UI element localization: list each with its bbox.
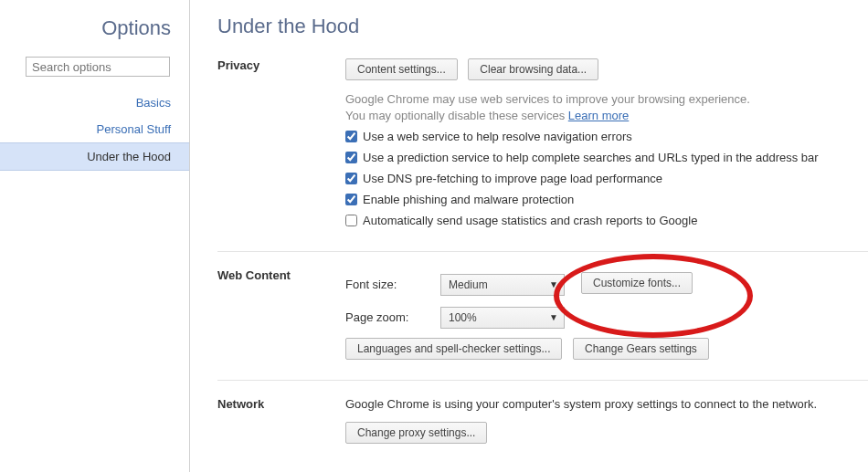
web-content-section: Web Content Font size: Medium ▼ Customiz…: [217, 268, 868, 381]
privacy-description: Google Chrome may use web services to im…: [345, 91, 868, 124]
search-input[interactable]: [26, 57, 170, 77]
privacy-desc-line2: You may optionally disable these service…: [345, 109, 568, 122]
nav-basics[interactable]: Basics: [0, 89, 189, 116]
page-zoom-value: 100%: [449, 311, 477, 324]
checkbox-nav-errors-input[interactable]: [345, 131, 357, 142]
web-content-buttons: Languages and spell-checker settings... …: [345, 338, 868, 363]
web-content-heading: Web Content: [217, 268, 345, 363]
languages-button[interactable]: Languages and spell-checker settings...: [345, 338, 562, 360]
network-description: Google Chrome is using your computer's s…: [345, 397, 868, 411]
privacy-desc-line1: Google Chrome may use web services to im…: [345, 92, 750, 106]
checkbox-dns-prefetch[interactable]: Use DNS pre-fetching to improve page loa…: [345, 172, 868, 187]
page-zoom-label: Page zoom:: [345, 310, 440, 324]
learn-more-link[interactable]: Learn more: [568, 109, 629, 122]
page-title: Under the Hood: [217, 15, 868, 38]
checkbox-nav-errors-label: Use a web service to help resolve naviga…: [363, 130, 632, 145]
font-size-row: Font size: Medium ▼ Customize fonts...: [345, 272, 868, 298]
font-size-value: Medium: [449, 278, 488, 291]
privacy-section: Privacy Content settings... Clear browsi…: [217, 58, 868, 252]
chevron-down-icon: ▼: [549, 279, 558, 289]
main-content: Under the Hood Privacy Content settings.…: [190, 0, 868, 472]
checkbox-prediction-label: Use a prediction service to help complet…: [363, 151, 819, 166]
checkbox-usage-stats-label: Automatically send usage statistics and …: [363, 214, 697, 229]
sidebar-title: Options: [0, 0, 189, 57]
checkbox-phishing-input[interactable]: [345, 194, 357, 205]
nav-under-the-hood[interactable]: Under the Hood: [0, 142, 189, 171]
checkbox-phishing-label: Enable phishing and malware protection: [363, 193, 574, 208]
network-content: Google Chrome is using your computer's s…: [345, 397, 868, 447]
font-size-label: Font size:: [345, 278, 440, 291]
checkbox-prediction-input[interactable]: [345, 152, 357, 163]
customize-fonts-button[interactable]: Customize fonts...: [581, 272, 693, 294]
network-section: Network Google Chrome is using your comp…: [217, 397, 868, 464]
font-size-dropdown[interactable]: Medium ▼: [440, 274, 565, 296]
checkbox-usage-stats-input[interactable]: [345, 215, 357, 226]
gears-button[interactable]: Change Gears settings: [573, 338, 709, 360]
checkbox-dns-prefetch-label: Use DNS pre-fetching to improve page loa…: [363, 172, 662, 187]
checkbox-dns-prefetch-input[interactable]: [345, 173, 357, 184]
privacy-content: Content settings... Clear browsing data.…: [345, 58, 868, 235]
sidebar: Options Basics Personal Stuff Under the …: [0, 0, 190, 472]
privacy-heading: Privacy: [217, 58, 345, 235]
chevron-down-icon: ▼: [549, 312, 558, 322]
proxy-settings-button[interactable]: Change proxy settings...: [345, 422, 487, 444]
checkbox-nav-errors[interactable]: Use a web service to help resolve naviga…: [345, 130, 868, 145]
network-heading: Network: [217, 397, 345, 447]
page-zoom-dropdown[interactable]: 100% ▼: [440, 307, 565, 329]
web-content-content: Font size: Medium ▼ Customize fonts... P…: [345, 268, 868, 363]
page-zoom-row: Page zoom: 100% ▼: [345, 307, 868, 329]
checkbox-usage-stats[interactable]: Automatically send usage statistics and …: [345, 214, 868, 229]
checkbox-phishing[interactable]: Enable phishing and malware protection: [345, 193, 868, 208]
clear-browsing-button[interactable]: Clear browsing data...: [468, 58, 598, 80]
nav-personal-stuff[interactable]: Personal Stuff: [0, 116, 189, 142]
checkbox-prediction[interactable]: Use a prediction service to help complet…: [345, 151, 868, 166]
search-container: [26, 57, 170, 77]
content-settings-button[interactable]: Content settings...: [345, 58, 458, 80]
